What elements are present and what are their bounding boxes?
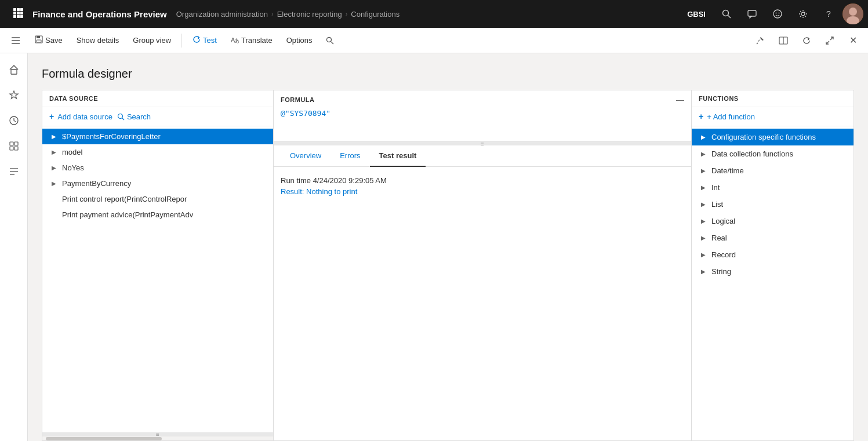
function-item-string[interactable]: ▶ String bbox=[692, 263, 854, 280]
svg-line-29 bbox=[757, 43, 758, 44]
tab-errors[interactable]: Errors bbox=[331, 145, 369, 167]
translate-label: Translate bbox=[241, 36, 273, 45]
datasource-item-printpayment[interactable]: Print payment advice(PrintPaymentAdv bbox=[42, 207, 273, 223]
pin-button[interactable] bbox=[750, 30, 771, 51]
svg-rect-34 bbox=[11, 70, 17, 74]
formula-collapse-button[interactable]: — bbox=[676, 95, 684, 104]
breadcrumb-org[interactable]: Organization administration bbox=[176, 10, 268, 19]
show-details-button[interactable]: Show details bbox=[71, 32, 125, 48]
svg-text:あ: あ bbox=[234, 38, 239, 43]
options-search-button[interactable] bbox=[320, 33, 340, 48]
breadcrumb-configurations[interactable]: Configurations bbox=[351, 10, 400, 19]
formula-section: FORMULA — @"SYS70894" bbox=[274, 90, 691, 142]
svg-line-32 bbox=[830, 37, 833, 40]
svg-line-44 bbox=[122, 118, 124, 120]
datasource-toolbar: + Add data source Search bbox=[42, 107, 273, 126]
search-nav-button[interactable] bbox=[715, 0, 738, 28]
functions-panel: FUNCTIONS + + Add function ▶ Configurati… bbox=[692, 90, 854, 441]
functions-list: ▶ Configuration specific functions ▶ Dat… bbox=[692, 126, 854, 440]
formula-content[interactable]: @"SYS70894" bbox=[274, 107, 691, 141]
datasource-item-payments[interactable]: ▶ $PaymentsForCoveringLetter bbox=[42, 129, 273, 144]
close-button[interactable]: ✕ bbox=[842, 30, 863, 51]
add-function-plus-icon: + bbox=[699, 112, 703, 121]
hamburger-menu-button[interactable] bbox=[5, 32, 27, 49]
translate-button[interactable]: Aあ Translate bbox=[225, 32, 278, 49]
list-chevron-icon: ▶ bbox=[699, 201, 708, 207]
add-function-button[interactable]: + + Add function bbox=[699, 112, 847, 121]
sidebar-recent-button[interactable] bbox=[2, 109, 26, 132]
datasource-item-printcontrol[interactable]: Print control report(PrintControlRepor bbox=[42, 191, 273, 207]
datasource-header: DATA SOURCE bbox=[42, 90, 273, 107]
page-title: Formula designer bbox=[42, 67, 854, 81]
smiley-nav-button[interactable] bbox=[766, 0, 789, 28]
function-item-record[interactable]: ▶ Record bbox=[692, 246, 854, 263]
result-label: Result: bbox=[281, 187, 304, 196]
test-button[interactable]: Test bbox=[187, 32, 223, 49]
apps-menu-button[interactable]: ⁠ bbox=[5, 0, 28, 28]
options-button[interactable]: Options bbox=[281, 32, 318, 48]
save-icon bbox=[35, 35, 43, 45]
svg-point-14 bbox=[779, 13, 780, 14]
result-runtime: Run time 4/24/2020 9:29:05 AM bbox=[281, 176, 684, 185]
real-label: Real bbox=[711, 234, 727, 242]
functions-header: FUNCTIONS bbox=[692, 90, 854, 107]
datasource-search-button[interactable]: Search bbox=[117, 112, 151, 121]
datasource-item-paymentbycurrency[interactable]: ▶ PaymentByCurrency bbox=[42, 176, 273, 191]
tab-test-result[interactable]: Test result bbox=[370, 145, 426, 167]
org-label: GBSI bbox=[680, 10, 713, 19]
svg-point-17 bbox=[849, 8, 857, 16]
formula-panel: FORMULA — @"SYS70894" ≡ Overview bbox=[274, 90, 692, 441]
config-label: Configuration specific functions bbox=[711, 133, 816, 141]
functions-toolbar: + + Add function bbox=[692, 107, 854, 126]
svg-point-15 bbox=[801, 12, 805, 16]
svg-rect-37 bbox=[14, 142, 18, 145]
datasource-item-model[interactable]: ▶ model bbox=[42, 144, 273, 160]
svg-rect-8 bbox=[20, 15, 23, 18]
sidebar-home-button[interactable] bbox=[2, 58, 26, 81]
svg-rect-2 bbox=[20, 8, 23, 11]
refresh-page-button[interactable] bbox=[796, 30, 817, 51]
function-item-datacollection[interactable]: ▶ Data collection functions bbox=[692, 145, 854, 162]
datetime-label: Date/time bbox=[711, 166, 744, 175]
chat-nav-button[interactable] bbox=[740, 0, 764, 28]
app-title: Finance and Operations Preview bbox=[28, 9, 176, 19]
add-datasource-plus-icon: + bbox=[49, 112, 54, 121]
user-avatar[interactable] bbox=[842, 3, 863, 24]
test-label: Test bbox=[203, 36, 217, 45]
record-label: Record bbox=[711, 250, 736, 259]
datacollection-label: Data collection functions bbox=[711, 150, 793, 158]
sidebar-workspace-button[interactable] bbox=[2, 134, 26, 158]
formula-header-row: FORMULA — bbox=[274, 90, 691, 107]
svg-point-27 bbox=[327, 37, 332, 42]
options-label: Options bbox=[286, 36, 313, 45]
apps-icon: ⁠ bbox=[9, 8, 23, 21]
designer-layout: DATA SOURCE + Add data source Search ▶ bbox=[42, 90, 854, 441]
formula-label: FORMULA bbox=[281, 96, 315, 103]
logical-chevron-icon: ▶ bbox=[699, 218, 708, 224]
add-datasource-button[interactable]: + Add data source bbox=[49, 112, 112, 121]
formula-value: @"SYS70894" bbox=[281, 109, 331, 118]
function-item-config[interactable]: ▶ Configuration specific functions bbox=[692, 129, 854, 145]
split-view-button[interactable] bbox=[773, 30, 794, 51]
function-item-int[interactable]: ▶ Int bbox=[692, 179, 854, 196]
top-navigation: ⁠ Finance and Operations Preview Organiz… bbox=[0, 0, 868, 28]
model-chevron-icon: ▶ bbox=[49, 149, 59, 155]
breadcrumb-reporting[interactable]: Electronic reporting bbox=[277, 10, 342, 19]
svg-line-33 bbox=[826, 41, 829, 44]
function-item-list[interactable]: ▶ List bbox=[692, 196, 854, 213]
settings-nav-button[interactable] bbox=[791, 0, 815, 28]
group-view-button[interactable]: Group view bbox=[127, 32, 177, 48]
sidebar-favorites-button[interactable] bbox=[2, 83, 26, 107]
expand-button[interactable] bbox=[819, 30, 840, 51]
datasource-scrollbar[interactable] bbox=[42, 436, 273, 440]
sidebar-modules-button[interactable] bbox=[2, 160, 26, 183]
help-nav-button[interactable]: ? bbox=[817, 0, 840, 28]
function-item-logical[interactable]: ▶ Logical bbox=[692, 213, 854, 229]
function-item-datetime[interactable]: ▶ Date/time bbox=[692, 162, 854, 179]
function-item-real[interactable]: ▶ Real bbox=[692, 229, 854, 246]
datasource-item-noyes[interactable]: ▶ NoYes bbox=[42, 160, 273, 176]
result-nothing-label: Nothing to print bbox=[306, 187, 357, 196]
save-button[interactable]: Save bbox=[29, 32, 68, 49]
paymentbycurrency-label: PaymentByCurrency bbox=[62, 179, 131, 188]
tab-overview[interactable]: Overview bbox=[281, 145, 331, 167]
